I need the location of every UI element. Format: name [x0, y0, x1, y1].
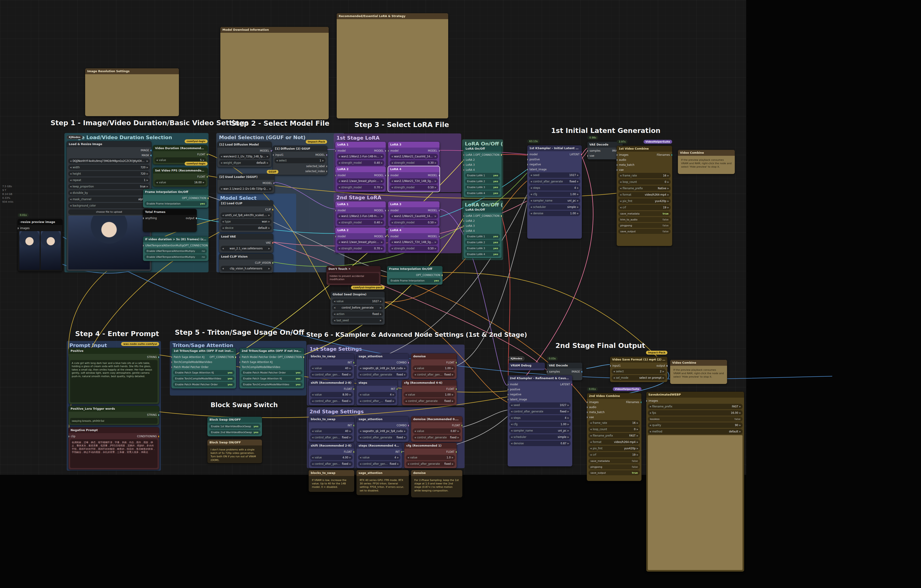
input-port-vae[interactable]: vae	[617, 168, 624, 171]
input-port-images[interactable]: images	[587, 401, 599, 404]
node-cfg-1[interactable]: cfg (Recommended 4-6)FLOAT◀value1.00▶◀co…	[402, 380, 457, 406]
node-cfg-2[interactable]: cfg (Recommended 1)FLOAT◀value1.0▶◀contr…	[404, 443, 457, 468]
increment-arrow-icon[interactable]: ▶	[381, 222, 382, 224]
node-title[interactable]: 2nd Triton/Sage attn (OFF if not install…	[239, 348, 304, 354]
widget-fps[interactable]: ◀fps16.00▶	[648, 410, 742, 415]
output-port-selected-index[interactable]: selected_index	[305, 169, 327, 173]
output-port-selected-label[interactable]: selected_label	[306, 165, 327, 168]
output-dot-icon[interactable]	[501, 215, 502, 217]
increment-arrow-icon[interactable]: ▶	[268, 220, 270, 223]
input-port-model[interactable]: model	[388, 209, 399, 212]
node-title[interactable]: steps (Recommended 4-8)	[356, 443, 402, 449]
decrement-arrow-icon[interactable]: ◀	[334, 313, 335, 315]
toggle-enable-lora-1[interactable]: Enable LoRA 1yes	[465, 234, 500, 239]
widget-value[interactable]: ◀value1.0▶	[406, 455, 455, 460]
node-note-video-combine-2[interactable]: Video CombineIf the preview playback con…	[670, 360, 727, 384]
increment-arrow-icon[interactable]: ▶	[350, 373, 351, 376]
node-title[interactable]: blocks_to_swap	[309, 353, 354, 359]
toggle-enable-1st-wanvideoblockswap[interactable]: Enable 1st WanVideoBlockSwapyes	[209, 424, 260, 429]
output-port-latent[interactable]: LATENT	[560, 383, 572, 386]
input-dot-icon[interactable]	[527, 169, 528, 171]
node-steps-2[interactable]: steps (Recommended 4-8)INT◀value4▶◀contr…	[356, 443, 402, 468]
output-port-int[interactable]: INT	[348, 424, 354, 427]
output-port-float[interactable]: FLOAT	[197, 153, 208, 156]
output-port-string[interactable]: STRING	[147, 355, 159, 359]
combo-widget[interactable]: ◀control_before_generate▶	[332, 305, 383, 310]
input-dot-icon[interactable]	[171, 361, 172, 363]
output-dot-icon[interactable]	[326, 170, 327, 173]
toggle-enable-patch-sage-attention-kj[interactable]: Enable Patch Sage Attention KJyes	[241, 376, 303, 381]
widget-value[interactable]: ◀value16.00▶	[155, 180, 206, 185]
input-port-torchcompilemodelwanvideo[interactable]: TorchCompileModelWanVideo	[171, 360, 212, 364]
output-dot-icon[interactable]	[303, 356, 304, 358]
text-area[interactable]: If the preview playback consumes VRAM an…	[672, 367, 726, 382]
node-title[interactable]: blocks_to_swap	[309, 416, 354, 422]
decrement-arrow-icon[interactable]: ◀	[222, 220, 224, 223]
decrement-arrow-icon[interactable]: ◀	[360, 400, 361, 402]
output-port-float[interactable]: FLOAT	[446, 388, 457, 391]
node-title[interactable]: cfg (Recommended 1)	[404, 443, 457, 449]
output-port-combo[interactable]: COMBO	[397, 361, 409, 364]
input-port-patch-sage-attention-kj[interactable]: Patch Sage Attention KJ	[239, 360, 272, 364]
widget-mask-channel[interactable]: ◀mask_channelalpha▶	[68, 197, 150, 202]
prev-arrow-icon[interactable]: ◀	[391, 215, 393, 217]
output-dot-icon[interactable]	[207, 153, 208, 156]
node-triton-sage-1[interactable]: 1st Triton/Sage attn (OFF if not install…	[171, 348, 236, 389]
increment-arrow-icon[interactable]: ▶	[739, 406, 741, 408]
widget-select[interactable]: ◀select2▶	[612, 369, 666, 374]
output-dot-icon[interactable]	[271, 150, 272, 152]
input-dot-icon[interactable]	[239, 356, 240, 358]
increment-arrow-icon[interactable]: ▶	[380, 319, 381, 322]
input-port-positive[interactable]: positive	[508, 388, 520, 391]
node-title[interactable]: Frame Interpolation On/Off	[387, 266, 443, 272]
increment-arrow-icon[interactable]: ▶	[457, 430, 459, 432]
widget-crf[interactable]: ◀crf19▶	[588, 452, 640, 458]
increment-arrow-icon[interactable]: ▶	[404, 373, 406, 376]
next-arrow-icon[interactable]: ▶	[146, 160, 148, 162]
input-port-lora-4[interactable]: LoRA 4	[464, 229, 475, 233]
widget-strength-model[interactable]: ◀strength_model0.40▶	[337, 220, 384, 225]
node-blocks-to-swap-1[interactable]: blocks_to_swapINT◀value40▶◀control_after…	[309, 353, 354, 379]
node-title[interactable]: Recommended/Essential LoRA & Strategy	[337, 13, 448, 19]
output-dot-icon[interactable]	[667, 365, 667, 367]
widget-sampler-name[interactable]: ◀sampler_nameuni_pc▶	[509, 428, 571, 433]
prev-arrow-icon[interactable]: ◀	[222, 267, 224, 270]
output-dot-icon[interactable]	[385, 150, 386, 152]
node-lora-1-2nd[interactable]: LoRA 1modelMODEL◀wan2.1/Wan2.1-Fun-14B-I…	[335, 201, 386, 227]
input-port-lora-3[interactable]: LoRA 3	[464, 163, 475, 166]
combo-widget[interactable]: ◀umt5_xxl_fp8_e4m3fn_scaled.safetensors▶	[221, 212, 272, 218]
widget-control-after-generate[interactable]: ◀control_after_generatefixed▶	[413, 435, 461, 440]
input-port-samples[interactable]: samples	[587, 149, 600, 152]
node-title[interactable]: denoise	[411, 470, 462, 476]
node-title[interactable]: Video Save Format (1) mp4 (2) webp	[610, 357, 667, 363]
increment-arrow-icon[interactable]: ▶	[146, 179, 148, 181]
decrement-arrow-icon[interactable]: ◀	[407, 463, 409, 465]
output-dot-icon[interactable]	[456, 362, 457, 364]
node-title[interactable]: Load VAE	[219, 234, 273, 239]
node-title[interactable]: Load CLIP Vision	[219, 254, 273, 260]
decrement-arrow-icon[interactable]: ◀	[590, 422, 592, 424]
next-arrow-icon[interactable]: ▶	[435, 241, 436, 243]
widget-cfg[interactable]: ◀cfg1.00▶	[529, 192, 580, 197]
input-port-patch-sage-attention-kj[interactable]: Patch Sage Attention KJ	[171, 355, 204, 359]
increment-arrow-icon[interactable]: ▶	[435, 186, 436, 189]
output-dot-icon[interactable]	[385, 174, 386, 176]
increment-arrow-icon[interactable]: ▶	[146, 186, 148, 188]
text-area[interactable]: I don't have problems with a single batc…	[209, 446, 260, 462]
output-dot-icon[interactable]	[397, 388, 397, 390]
output-dot-icon[interactable]	[439, 150, 439, 152]
increment-arrow-icon[interactable]: ▶	[667, 206, 669, 208]
decrement-arrow-icon[interactable]: ◀	[70, 179, 72, 181]
node-denoise-1[interactable]: denoiseFLOAT◀value1.00▶◀control_after_ge…	[411, 353, 457, 379]
input-dot-icon[interactable]	[617, 169, 618, 171]
output-dot-icon[interactable]	[461, 425, 462, 427]
increment-arrow-icon[interactable]: ▶	[667, 200, 669, 202]
output-port-model[interactable]: MODEL	[260, 149, 272, 152]
widget-value[interactable]: ◀value1.00▶	[413, 365, 455, 371]
input-dot-icon[interactable]	[464, 154, 464, 156]
output-dot-icon[interactable]	[581, 153, 582, 156]
increment-arrow-icon[interactable]: ▶	[577, 193, 579, 195]
widget-strength-model[interactable]: ◀strength_model0.50▶	[390, 220, 438, 225]
increment-arrow-icon[interactable]: ▶	[568, 436, 569, 438]
output-dot-icon[interactable]	[158, 356, 159, 358]
